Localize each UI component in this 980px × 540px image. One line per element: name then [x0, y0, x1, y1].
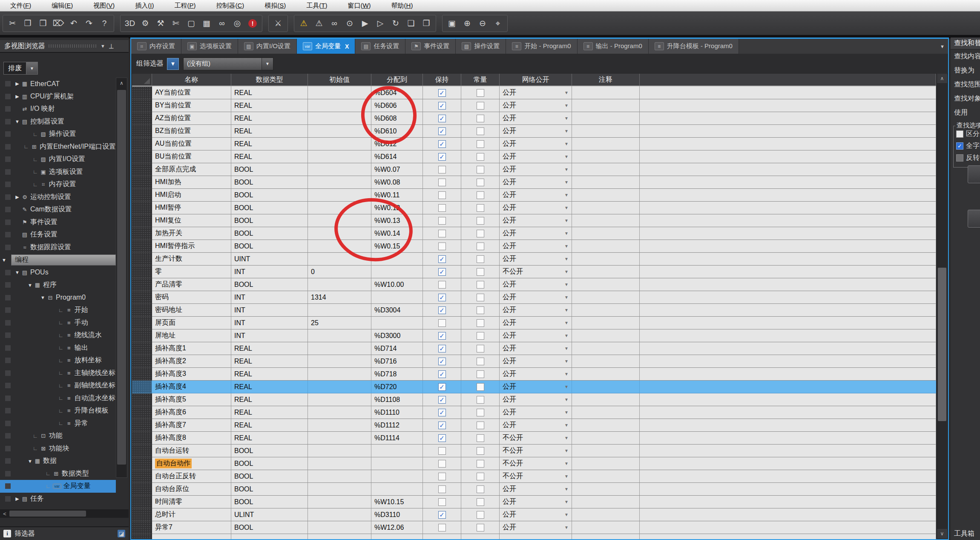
cell-initial-value[interactable]: [308, 240, 371, 253]
pin-icon[interactable]: ⊤: [109, 42, 114, 50]
online-link-icon[interactable]: ⊙: [342, 16, 357, 31]
table-row[interactable]: 插补高度1REAL%D714✓✓公开▼: [132, 342, 936, 355]
cell-initial-value[interactable]: 25: [308, 317, 371, 329]
cell-name[interactable]: 屏页面: [152, 317, 231, 329]
tab-输出 - Program0[interactable]: ≡输出 - Program0: [578, 39, 649, 54]
sidebar-item-cam-data[interactable]: ✎Cam数据设置: [0, 203, 116, 216]
cell-comment[interactable]: [572, 112, 640, 125]
cell-network-publish[interactable]: 公开▼: [500, 125, 572, 138]
cell-network-publish[interactable]: 公开▼: [500, 189, 572, 202]
cell-address[interactable]: [371, 483, 423, 496]
cell-network-publish[interactable]: 公开▼: [500, 253, 572, 266]
step-mode-icon[interactable]: ▷: [373, 16, 388, 31]
cell-network-publish[interactable]: 公开▼: [500, 304, 572, 317]
row-handle[interactable]: [132, 176, 152, 189]
table-row[interactable]: 异常7BOOL%W12.06✓✓公开▼: [132, 521, 936, 534]
sidebar-item-pous[interactable]: ▼▤POUs: [0, 266, 116, 279]
column-header-常量[interactable]: 常量: [461, 74, 500, 87]
chevron-down-icon[interactable]: ▼: [564, 512, 569, 517]
cell-network-publish[interactable]: 公开▼: [500, 381, 572, 393]
cell-initial-value[interactable]: [308, 406, 371, 419]
cell-data-type[interactable]: BOOL: [231, 470, 308, 483]
table-row[interactable]: HMI暂停指示BOOL%W0.15✓✓公开▼: [132, 240, 936, 253]
table-row[interactable]: BU当前位置REAL%D614✓✓公开▼: [132, 150, 936, 163]
device-selector-value[interactable]: 排废: [3, 62, 26, 75]
cell-initial-value[interactable]: [308, 342, 371, 355]
sidebar-item-program-section[interactable]: ∟≡开始: [0, 304, 116, 317]
checkbox-icon[interactable]: ✓: [956, 142, 963, 150]
cell-data-type[interactable]: REAL: [231, 112, 308, 125]
cell-data-type[interactable]: BOOL: [231, 163, 308, 176]
table-row[interactable]: 插补高度8REAL%D1114✓✓不公开▼: [132, 432, 936, 445]
chevron-down-icon[interactable]: ▼: [564, 346, 569, 351]
row-handle[interactable]: [132, 470, 152, 483]
cell-comment[interactable]: [572, 214, 640, 227]
chevron-down-icon[interactable]: ▼: [564, 141, 569, 146]
cell-network-publish[interactable]: 公开▼: [500, 508, 572, 521]
retain-checkbox[interactable]: ✓: [438, 243, 446, 250]
sidebar-item-program-section[interactable]: ∟≡绕线流水: [0, 329, 116, 342]
cell-network-publish[interactable]: 公开▼: [500, 355, 572, 368]
cell-initial-value[interactable]: [308, 419, 371, 432]
retain-checkbox[interactable]: ✓: [438, 460, 446, 468]
table-row[interactable]: 密码地址INT%D3004✓✓公开▼: [132, 304, 936, 317]
cell-network-publish[interactable]: 公开▼: [500, 393, 572, 406]
cell-network-publish[interactable]: 不公开▼: [500, 470, 572, 483]
cell-comment[interactable]: [572, 266, 640, 278]
cell-initial-value[interactable]: [308, 125, 371, 138]
delete-icon[interactable]: ⌦: [51, 16, 66, 31]
cell-data-type[interactable]: BOOL: [231, 521, 308, 534]
menu-item-simulation[interactable]: 模拟(S): [254, 0, 296, 11]
cell-data-type[interactable]: BOOL: [231, 189, 308, 202]
cell-comment[interactable]: [572, 508, 640, 521]
cell-address[interactable]: %D614: [371, 150, 423, 163]
row-handle[interactable]: [132, 189, 152, 202]
chevron-down-icon[interactable]: ▼: [564, 487, 569, 491]
table-row[interactable]: HMI加热BOOL%W0.08✓✓公开▼: [132, 176, 936, 189]
cell-comment[interactable]: [572, 329, 640, 342]
cell-address[interactable]: %D3110: [371, 508, 423, 521]
row-handle[interactable]: [132, 125, 152, 138]
cell-network-publish[interactable]: 不公开▼: [500, 457, 572, 470]
cell-initial-value[interactable]: [308, 202, 371, 214]
cell-address[interactable]: %W0.12: [371, 202, 423, 214]
cell-name[interactable]: BU当前位置: [152, 150, 231, 163]
cell-address[interactable]: %W10.00: [371, 278, 423, 291]
cell-initial-value[interactable]: [308, 150, 371, 163]
constant-checkbox[interactable]: ✓: [477, 230, 484, 237]
sidebar-item-program-section[interactable]: ∟≡手动: [0, 317, 116, 329]
sidebar-item-global-variables[interactable]: ∟var全局变量: [0, 480, 116, 493]
constant-checkbox[interactable]: ✓: [477, 332, 484, 340]
constant-checkbox[interactable]: ✓: [477, 115, 484, 122]
scroll-left-icon[interactable]: <: [0, 511, 9, 517]
constant-checkbox[interactable]: ✓: [477, 191, 484, 199]
column-header-注释[interactable]: 注释: [572, 74, 640, 87]
cell-name[interactable]: BZ当前位置: [152, 125, 231, 138]
cell-comment[interactable]: [572, 445, 640, 457]
table-row[interactable]: 插补高度5REAL%D1108✓✓公开▼: [132, 393, 936, 406]
device-transfer-icon[interactable]: ⚙: [138, 16, 153, 31]
retain-checkbox[interactable]: ✓: [438, 422, 446, 429]
cell-address[interactable]: %D716: [371, 355, 423, 368]
transfer-from-icon[interactable]: ❐: [419, 16, 434, 31]
chevron-expanded-icon[interactable]: ▼: [14, 119, 20, 124]
table-row[interactable]: 产品清零BOOL%W10.00✓✓公开▼: [132, 278, 936, 291]
cell-address[interactable]: %W12.06: [371, 521, 423, 534]
retain-checkbox[interactable]: ✓: [438, 370, 446, 378]
chevron-down-icon[interactable]: ▼: [564, 180, 569, 185]
funnel-filter-icon[interactable]: ▼: [167, 58, 179, 70]
chevron-down-icon[interactable]: ▼: [564, 461, 569, 466]
retain-checkbox[interactable]: ✓: [438, 332, 446, 340]
transfer-to-icon[interactable]: ❏: [403, 16, 419, 31]
synchronize-icon[interactable]: ↻: [388, 16, 403, 31]
retain-checkbox[interactable]: ✓: [438, 115, 446, 122]
table-row[interactable]: 自动台正反转BOOL✓✓不公开▼: [132, 470, 936, 483]
row-handle[interactable]: [132, 150, 152, 163]
constant-checkbox[interactable]: ✓: [477, 102, 484, 110]
find-option-区分大小写[interactable]: ✓区分大小写: [956, 128, 980, 140]
cell-initial-value[interactable]: 0: [308, 266, 371, 278]
row-handle[interactable]: [132, 457, 152, 470]
retain-checkbox[interactable]: ✓: [438, 217, 446, 225]
cell-data-type[interactable]: BOOL: [231, 496, 308, 508]
cell-initial-value[interactable]: [308, 278, 371, 291]
